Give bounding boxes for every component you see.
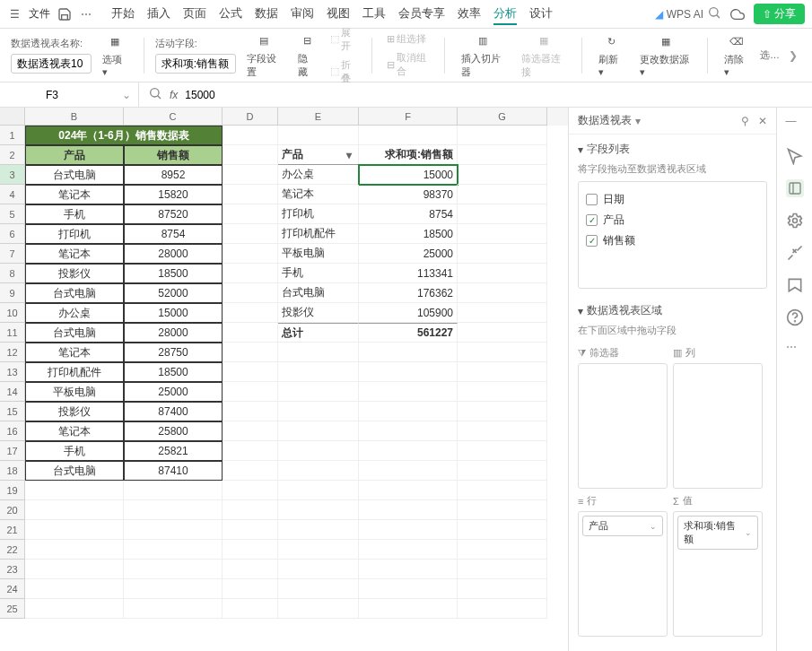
chevron-down-icon[interactable]: ▾ [635,115,641,127]
source-sales[interactable]: 87520 [124,204,223,224]
cell[interactable] [223,540,278,560]
cell[interactable] [278,481,359,500]
cell[interactable] [25,579,124,599]
refresh-button[interactable]: ↻ 刷新 ▾ [593,30,629,82]
cell[interactable] [124,560,223,579]
pivot-name-input[interactable] [11,54,92,74]
source-sales[interactable]: 18500 [124,362,223,382]
pivot-row-header[interactable]: 产品▾ [278,145,359,165]
zone-item[interactable]: 求和项:销售额⌄ [677,516,758,550]
cell[interactable] [124,599,223,619]
pivot-product[interactable]: 笔记本 [278,185,359,204]
cell[interactable] [458,540,547,560]
row-header[interactable]: 14 [0,382,25,402]
pivot-value[interactable]: 15000 [359,165,458,185]
row-header[interactable]: 11 [0,323,25,343]
field-settings-button[interactable]: ▤ 字段设置 [241,29,287,82]
row-header[interactable]: 19 [0,481,25,500]
cell[interactable] [25,540,124,560]
row-header[interactable]: 20 [0,500,25,520]
row-header[interactable]: 12 [0,343,25,362]
cell[interactable] [458,343,547,362]
source-product[interactable]: 笔记本 [25,343,124,362]
pivot-product[interactable]: 打印机 [278,204,359,224]
cell[interactable] [124,500,223,520]
cell[interactable] [359,599,458,619]
cell[interactable] [359,343,458,362]
cell[interactable] [223,126,278,145]
row-header[interactable]: 25 [0,599,25,619]
cell[interactable] [223,343,278,362]
cell[interactable] [278,441,359,461]
source-sales[interactable]: 52000 [124,283,223,303]
menu-tab-页面[interactable]: 页面 [183,4,206,25]
cell[interactable] [278,402,359,421]
source-sales[interactable]: 25800 [124,421,223,441]
cell[interactable] [359,461,458,481]
cell[interactable] [359,362,458,382]
pivot-product[interactable]: 台式电脑 [278,283,359,303]
menu-tab-开始[interactable]: 开始 [111,4,135,25]
pivot-product[interactable]: 手机 [278,264,359,283]
cell[interactable] [223,441,278,461]
cell[interactable] [359,500,458,520]
row-header[interactable]: 16 [0,421,25,441]
menu-tab-会员专享[interactable]: 会员专享 [398,4,445,25]
chevron-down-icon[interactable]: ⌄ [650,522,657,531]
more-icon[interactable]: ⋯ [79,7,93,22]
source-product[interactable]: 台式电脑 [25,461,124,481]
source-product[interactable]: 打印机 [25,224,124,244]
cursor-icon[interactable] [786,147,804,165]
cell[interactable] [359,579,458,599]
column-header[interactable]: D [223,108,278,126]
source-product[interactable]: 打印机配件 [25,362,124,382]
cell[interactable] [223,244,278,264]
pivot-value[interactable]: 25000 [359,244,458,264]
cell[interactable] [359,402,458,421]
cell[interactable] [458,481,547,500]
row-header[interactable]: 2 [0,145,25,165]
row-drop-area[interactable]: 产品⌄ [578,511,668,637]
cell[interactable] [458,323,547,343]
cell[interactable] [359,126,458,145]
row-header[interactable]: 13 [0,362,25,382]
help-icon[interactable] [786,308,804,326]
row-header[interactable]: 6 [0,224,25,244]
cell[interactable] [223,224,278,244]
menu-tab-插入[interactable]: 插入 [147,4,170,25]
column-header[interactable]: E [278,108,359,126]
checkbox[interactable] [586,235,598,247]
cell[interactable] [25,599,124,619]
row-header[interactable]: 7 [0,244,25,264]
cell[interactable] [359,560,458,579]
cloud-icon[interactable] [730,7,745,22]
source-product[interactable]: 笔记本 [25,244,124,264]
field-item[interactable]: 产品 [586,210,759,230]
source-product[interactable]: 台式电脑 [25,323,124,343]
change-source-button[interactable]: ▦ 更改数据源 ▾ [634,30,696,82]
source-sales[interactable]: 87400 [124,402,223,421]
source-header-sales[interactable]: 销售额 [124,145,223,165]
pin-icon[interactable]: ⚲ [741,115,749,127]
cell[interactable] [458,520,547,540]
cell[interactable] [458,599,547,619]
source-sales[interactable]: 28750 [124,343,223,362]
field-item[interactable]: 销售额 [586,230,759,251]
row-header[interactable]: 17 [0,441,25,461]
row-header[interactable]: 4 [0,185,25,204]
menu-tab-审阅[interactable]: 审阅 [291,4,314,25]
filter-dropdown-icon[interactable]: ▾ [344,150,354,161]
menu-tab-分析[interactable]: 分析 [493,4,517,25]
insert-slicer-button[interactable]: ▥ 插入切片器 [456,29,511,82]
row-header[interactable]: 9 [0,283,25,303]
cell[interactable] [25,560,124,579]
cell[interactable] [458,461,547,481]
fx-icon[interactable]: fx [170,89,178,101]
cell[interactable] [458,126,547,145]
cell[interactable] [223,145,278,165]
cell[interactable] [223,165,278,185]
column-header[interactable]: F [359,108,458,126]
cell[interactable] [278,126,359,145]
cell[interactable] [458,421,547,441]
cell[interactable] [278,421,359,441]
